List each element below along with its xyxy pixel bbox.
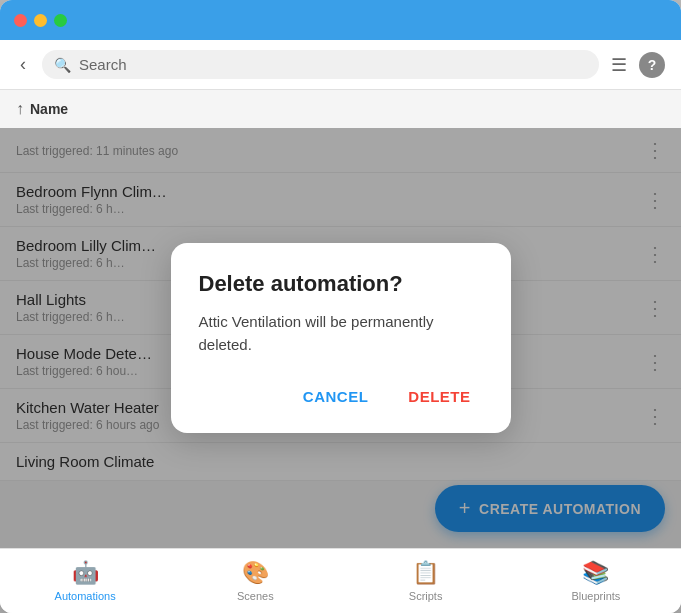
nav-label-scripts: Scripts (409, 590, 443, 602)
nav-label-blueprints: Blueprints (571, 590, 620, 602)
traffic-lights (14, 14, 67, 27)
dialog-actions: CANCEL DELETE (199, 380, 483, 413)
automation-list: Last triggered: 11 minutes ago ⋮ Bedroom… (0, 128, 681, 548)
nav-item-scenes[interactable]: 🎨 Scenes (170, 549, 340, 613)
blueprints-icon: 📚 (582, 560, 609, 586)
filter-icon[interactable]: ☰ (611, 54, 627, 76)
sort-label: Name (30, 101, 68, 117)
dialog-overlay: Delete automation? Attic Ventilation wil… (0, 128, 681, 548)
delete-dialog: Delete automation? Attic Ventilation wil… (171, 243, 511, 433)
back-button[interactable]: ‹ (16, 50, 30, 79)
header: ‹ 🔍 Search ☰ ? (0, 40, 681, 90)
nav-label-automations: Automations (55, 590, 116, 602)
dialog-body: Attic Ventilation will be permanently de… (199, 311, 483, 356)
delete-button[interactable]: DELETE (396, 380, 482, 413)
cancel-button[interactable]: CANCEL (291, 380, 381, 413)
sort-header[interactable]: ↑ Name (0, 90, 681, 128)
app-window: ‹ 🔍 Search ☰ ? ↑ Name Last triggered: 11… (0, 0, 681, 613)
automations-icon: 🤖 (72, 560, 99, 586)
nav-label-scenes: Scenes (237, 590, 274, 602)
dialog-title: Delete automation? (199, 271, 483, 297)
scenes-icon: 🎨 (242, 560, 269, 586)
search-placeholder: Search (79, 56, 127, 73)
titlebar (0, 0, 681, 40)
scripts-icon: 📋 (412, 560, 439, 586)
app-content: ‹ 🔍 Search ☰ ? ↑ Name Last triggered: 11… (0, 40, 681, 613)
nav-item-scripts[interactable]: 📋 Scripts (341, 549, 511, 613)
maximize-button[interactable] (54, 14, 67, 27)
close-button[interactable] (14, 14, 27, 27)
bottom-nav: 🤖 Automations 🎨 Scenes 📋 Scripts 📚 Bluep… (0, 548, 681, 613)
minimize-button[interactable] (34, 14, 47, 27)
help-button[interactable]: ? (639, 52, 665, 78)
nav-item-automations[interactable]: 🤖 Automations (0, 549, 170, 613)
header-icons: ☰ ? (611, 52, 665, 78)
nav-item-blueprints[interactable]: 📚 Blueprints (511, 549, 681, 613)
sort-arrow-icon: ↑ (16, 100, 24, 118)
search-bar[interactable]: 🔍 Search (42, 50, 599, 79)
search-icon: 🔍 (54, 57, 71, 73)
